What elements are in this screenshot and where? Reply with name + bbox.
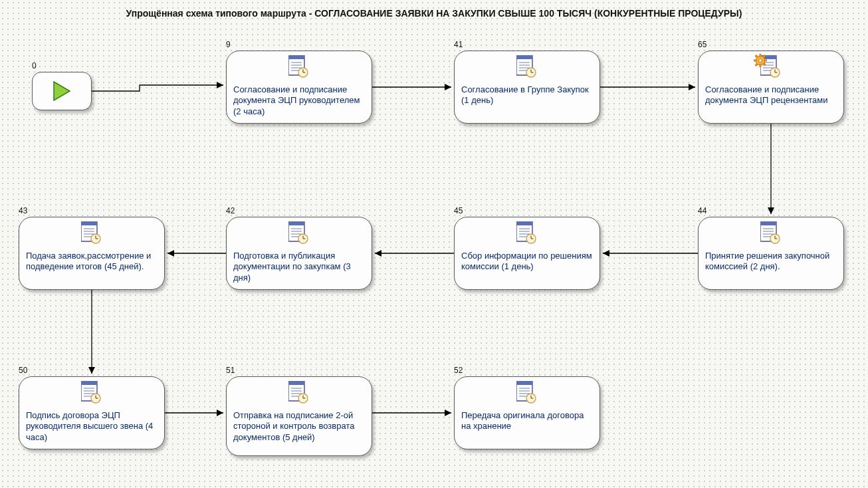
node-text: Принятие решения закупочной комиссией (2… <box>705 251 837 273</box>
node-id-44: 44 <box>698 206 706 215</box>
node-text: Подпись договора ЭЦП руководителя высшег… <box>26 410 158 443</box>
node-text: Подготовка и публикация документации по … <box>233 251 365 283</box>
task-node-51[interactable]: Отправка на подписание 2-ой стороной и к… <box>226 376 372 456</box>
document-clock-icon <box>516 221 538 245</box>
task-node-45[interactable]: Сбор информации по решениям комиссии (1 … <box>454 217 600 290</box>
node-id-45: 45 <box>454 206 463 215</box>
node-id-51: 51 <box>226 366 235 375</box>
node-id-9: 9 <box>226 40 231 49</box>
document-clock-icon <box>288 381 310 405</box>
play-icon <box>50 79 74 103</box>
node-id-50: 50 <box>19 366 27 375</box>
task-node-42[interactable]: Подготовка и публикация документации по … <box>226 217 372 290</box>
node-id-start: 0 <box>32 61 37 70</box>
node-id-42: 42 <box>226 206 235 215</box>
document-clock-icon <box>81 221 102 245</box>
task-node-50[interactable]: Подпись договора ЭЦП руководителя высшег… <box>19 376 165 449</box>
node-id-41: 41 <box>454 40 463 49</box>
document-clock-icon <box>516 381 538 405</box>
workflow-canvas: Упрощённая схема типового маршрута - СОГ… <box>0 0 868 488</box>
document-clock-icon <box>516 55 538 79</box>
task-node-52[interactable]: Передача оригинала договора на хранение <box>454 376 600 449</box>
diagram-title: Упрощённая схема типового маршрута - СОГ… <box>0 8 868 19</box>
node-text: Согласование и подписание документа ЭЦП … <box>705 84 837 106</box>
gear-icon <box>754 54 767 67</box>
node-text: Передача оригинала договора на хранение <box>461 410 593 432</box>
node-id-65: 65 <box>698 40 706 49</box>
document-clock-icon <box>760 221 782 245</box>
node-id-43: 43 <box>19 206 27 215</box>
node-id-52: 52 <box>454 366 463 375</box>
node-text: Отправка на подписание 2-ой стороной и к… <box>233 410 365 443</box>
node-text: Согласование в Группе Закупок (1 день) <box>461 84 593 106</box>
task-node-43[interactable]: Подача заявок,рассмотрение и подведение … <box>19 217 165 290</box>
task-node-41[interactable]: Согласование в Группе Закупок (1 день) <box>454 51 600 124</box>
node-text: Подача заявок,рассмотрение и подведение … <box>26 251 158 273</box>
task-node-44[interactable]: Принятие решения закупочной комиссией (2… <box>698 217 844 290</box>
node-text: Согласование и подписание документа ЭЦП … <box>233 84 365 117</box>
document-clock-icon <box>288 221 310 245</box>
start-node[interactable] <box>32 72 92 110</box>
task-node-65[interactable]: Согласование и подписание документа ЭЦП … <box>698 51 844 124</box>
document-clock-icon <box>288 55 310 79</box>
node-text: Сбор информации по решениям комиссии (1 … <box>461 251 593 273</box>
task-node-9[interactable]: Согласование и подписание документа ЭЦП … <box>226 51 372 124</box>
document-clock-icon <box>81 381 102 405</box>
svg-marker-19 <box>54 82 70 100</box>
